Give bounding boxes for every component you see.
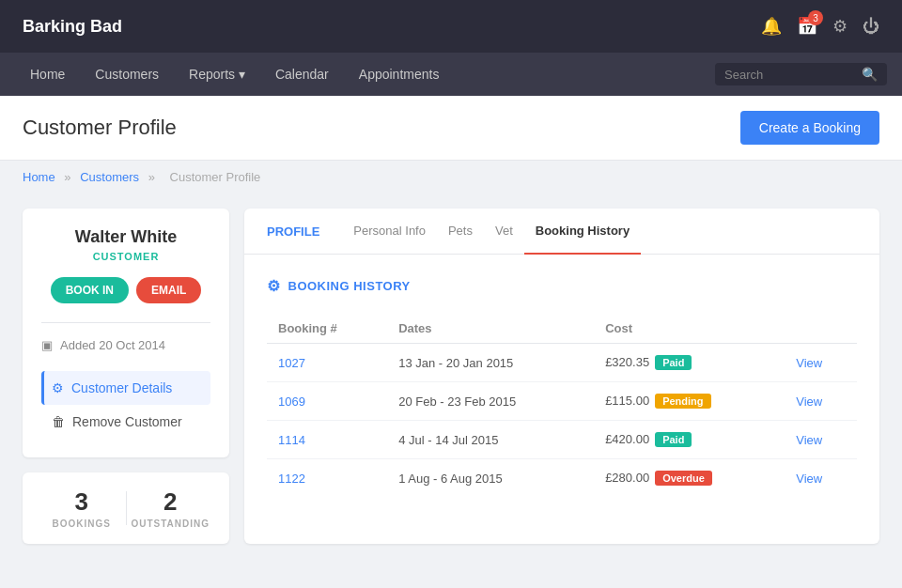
status-badge: Paid bbox=[655, 432, 692, 447]
stat-outstanding: 2 OUTSTANDING bbox=[127, 487, 215, 529]
col-action bbox=[785, 314, 857, 344]
search-box: 🔍 bbox=[715, 63, 887, 85]
status-badge: Pending bbox=[655, 394, 710, 409]
search-input[interactable] bbox=[724, 68, 856, 82]
customer-actions: BOOK IN EMAIL bbox=[41, 277, 210, 303]
view-booking-link[interactable]: View bbox=[796, 356, 822, 370]
right-panel: PROFILE Personal Info Pets Vet Booking H… bbox=[244, 209, 879, 544]
booking-dates: 13 Jan - 20 Jan 2015 bbox=[387, 344, 594, 382]
topbar-icons: 🔔 📅 ⚙ ⏻ bbox=[761, 16, 879, 37]
sidebar-item-customer-details[interactable]: ⚙ Customer Details bbox=[41, 371, 210, 405]
tab-pets[interactable]: Pets bbox=[437, 209, 484, 255]
view-booking-link[interactable]: View bbox=[796, 433, 822, 447]
booking-cost: £115.00Pending bbox=[594, 382, 785, 421]
power-icon[interactable]: ⏻ bbox=[863, 17, 879, 37]
booking-history-icon: ⚙ bbox=[267, 277, 281, 295]
panel-tabs: PROFILE Personal Info Pets Vet Booking H… bbox=[244, 209, 879, 255]
status-badge: Overdue bbox=[655, 471, 712, 486]
booking-number[interactable]: 1114 bbox=[278, 433, 305, 447]
booking-cost: £280.00Overdue bbox=[594, 459, 785, 498]
nav-calendar[interactable]: Calendar bbox=[260, 53, 344, 96]
col-cost: Cost bbox=[594, 314, 785, 344]
col-booking-num: Booking # bbox=[267, 314, 387, 344]
booking-cost: £320.35Paid bbox=[594, 344, 785, 382]
settings-nav-icon: ⚙ bbox=[52, 380, 64, 395]
main-content: Walter White CUSTOMER BOOK IN EMAIL ▣ Ad… bbox=[0, 193, 902, 559]
stat-bookings: 3 BOOKINGS bbox=[38, 487, 126, 529]
app-logo: Barking Bad bbox=[23, 17, 761, 37]
tab-vet[interactable]: Vet bbox=[484, 209, 524, 255]
table-row: 1069 20 Feb - 23 Feb 2015 £115.00Pending… bbox=[267, 382, 857, 421]
customer-added-date: ▣ Added 20 Oct 2014 bbox=[41, 334, 210, 356]
nav-customers[interactable]: Customers bbox=[80, 53, 174, 96]
sidebar-item-remove-customer[interactable]: 🗑 Remove Customer bbox=[41, 405, 210, 439]
booking-dates: 20 Feb - 23 Feb 2015 bbox=[387, 382, 594, 421]
topbar: Barking Bad 🔔 📅 ⚙ ⏻ bbox=[0, 0, 902, 53]
calendar-meta-icon: ▣ bbox=[41, 338, 53, 352]
booking-table: Booking # Dates Cost 1027 13 Jan - 20 Ja… bbox=[267, 314, 857, 497]
tab-personal-info[interactable]: Personal Info bbox=[342, 209, 437, 255]
booking-number[interactable]: 1027 bbox=[278, 356, 305, 370]
tab-booking-history[interactable]: Booking History bbox=[524, 209, 641, 255]
status-badge: Paid bbox=[655, 355, 692, 370]
col-dates: Dates bbox=[387, 314, 594, 344]
search-icon: 🔍 bbox=[862, 67, 878, 82]
stats-card: 3 BOOKINGS 2 OUTSTANDING bbox=[23, 472, 229, 544]
outstanding-count: 2 bbox=[127, 487, 215, 517]
breadcrumb-current: Customer Profile bbox=[170, 170, 261, 184]
booking-dates: 4 Jul - 14 Jul 2015 bbox=[387, 421, 594, 459]
customer-card: Walter White CUSTOMER BOOK IN EMAIL ▣ Ad… bbox=[23, 209, 229, 457]
nav-reports[interactable]: Reports ▾ bbox=[174, 53, 260, 96]
panel-body: ⚙ BOOKING HISTORY Booking # Dates Cost 1… bbox=[244, 255, 879, 519]
sidebar-wrapper: Walter White CUSTOMER BOOK IN EMAIL ▣ Ad… bbox=[23, 209, 229, 544]
create-booking-button[interactable]: Create a Booking bbox=[740, 111, 879, 145]
breadcrumb: Home » Customers » Customer Profile bbox=[0, 161, 902, 193]
trash-nav-icon: 🗑 bbox=[52, 414, 65, 429]
booking-dates: 1 Aug - 6 Aug 2015 bbox=[387, 459, 594, 498]
nav-home[interactable]: Home bbox=[15, 53, 80, 96]
email-button[interactable]: EMAIL bbox=[136, 277, 201, 303]
book-in-button[interactable]: BOOK IN bbox=[51, 277, 129, 303]
view-booking-link[interactable]: View bbox=[796, 395, 822, 409]
bookings-count: 3 bbox=[38, 487, 126, 517]
view-booking-link[interactable]: View bbox=[796, 472, 822, 486]
page-header: Customer Profile Create a Booking bbox=[0, 96, 902, 161]
table-row: 1114 4 Jul - 14 Jul 2015 £420.00Paid Vie… bbox=[267, 421, 857, 459]
table-row: 1027 13 Jan - 20 Jan 2015 £320.35Paid Vi… bbox=[267, 344, 857, 382]
page-title: Customer Profile bbox=[23, 116, 177, 140]
booking-number[interactable]: 1122 bbox=[278, 472, 305, 486]
booking-cost: £420.00Paid bbox=[594, 421, 785, 459]
bookings-label: BOOKINGS bbox=[38, 518, 126, 529]
table-row: 1122 1 Aug - 6 Aug 2015 £280.00Overdue V… bbox=[267, 459, 857, 498]
booking-number[interactable]: 1069 bbox=[278, 395, 305, 409]
navbar: Home Customers Reports ▾ Calendar Appoin… bbox=[0, 53, 902, 96]
bell-icon[interactable]: 🔔 bbox=[761, 16, 782, 37]
customer-role: CUSTOMER bbox=[41, 251, 210, 262]
customer-name: Walter White bbox=[41, 227, 210, 247]
calendar-icon[interactable]: 📅 bbox=[797, 16, 817, 37]
divider bbox=[41, 322, 210, 323]
outstanding-label: OUTSTANDING bbox=[127, 518, 215, 529]
settings-icon[interactable]: ⚙ bbox=[832, 16, 848, 37]
profile-section-label: PROFILE bbox=[267, 209, 319, 254]
breadcrumb-home[interactable]: Home bbox=[23, 170, 55, 184]
breadcrumb-customers[interactable]: Customers bbox=[80, 170, 139, 184]
nav-appointments[interactable]: Appointments bbox=[344, 53, 455, 96]
booking-history-heading: ⚙ BOOKING HISTORY bbox=[267, 277, 857, 295]
